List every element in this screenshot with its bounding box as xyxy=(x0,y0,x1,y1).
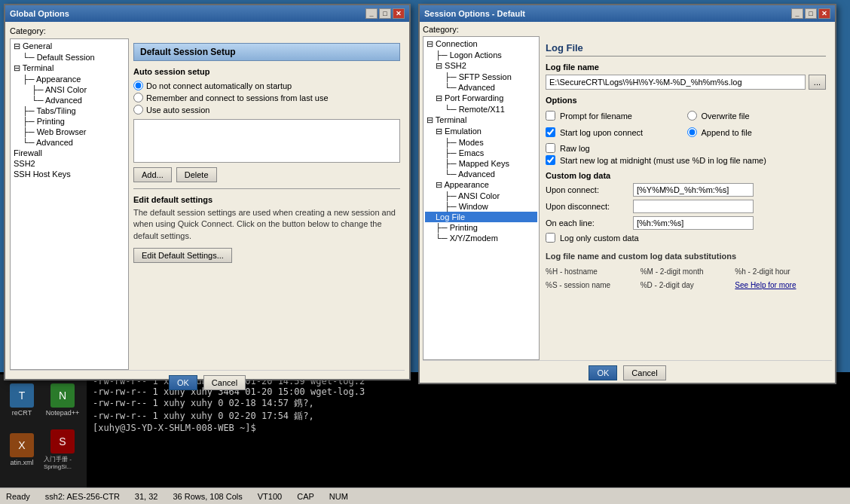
so-tree-remote-x11[interactable]: └─ Remote/X11 xyxy=(425,104,537,115)
go-cancel-button[interactable]: Cancel xyxy=(203,375,246,390)
so-tree-xyz-modem[interactable]: └─ X/Y/Zmodem xyxy=(425,233,537,243)
upon-connect-row: Upon connect: xyxy=(546,183,826,197)
go-body: ⊟ General └─ Default Session ⊟ Terminal … xyxy=(10,38,405,370)
add-delete-row: Add... Delete xyxy=(133,167,400,182)
delete-button[interactable]: Delete xyxy=(176,167,217,182)
raw-log-checkbox[interactable] xyxy=(546,143,555,153)
so-tree-advanced-term[interactable]: └─ Advanced xyxy=(425,169,537,179)
upon-disconnect-row: Upon disconnect: xyxy=(546,200,826,213)
so-tree-port-forwarding[interactable]: ⊟ Port Forwarding xyxy=(425,93,537,104)
tree-item-ssh2[interactable]: SSH2 xyxy=(12,158,127,169)
radio-remember[interactable] xyxy=(133,93,143,102)
status-bar: Ready ssh2: AES-256-CTR 31, 32 36 Rows, … xyxy=(0,487,850,504)
radio-remember-label: Remember and connect to sessions from la… xyxy=(146,93,329,102)
category-label: Category: xyxy=(10,26,405,35)
tree-item-tabs-tiling[interactable]: ├─ Tabs/Tiling xyxy=(12,105,127,116)
log-only-custom-row: Log only custom data xyxy=(546,233,826,243)
so-tree-modes[interactable]: ├─ Modes xyxy=(425,137,537,148)
raw-log-row: Raw log xyxy=(546,143,826,153)
log-only-custom-checkbox[interactable] xyxy=(546,233,555,243)
browse-button[interactable]: ... xyxy=(809,75,826,90)
upon-connect-label: Upon connect: xyxy=(546,185,628,194)
minimize-button[interactable]: _ xyxy=(365,8,378,19)
radio-use-auto[interactable] xyxy=(133,105,143,115)
terminal-line-5: [xuhy@JS-YD-X-SHLM-008-WEB ~]$ xyxy=(6,423,844,433)
taskbar-label-0: reCRT xyxy=(12,409,32,417)
tree-item-firewall[interactable]: Firewall xyxy=(12,148,127,158)
so-close-button[interactable]: ✕ xyxy=(818,8,830,19)
session-options-dialog: Session Options - Default _ □ ✕ Category… xyxy=(418,4,836,384)
upon-disconnect-input[interactable] xyxy=(633,200,754,213)
so-tree-ansi-color[interactable]: ├─ ANSI Color xyxy=(425,191,537,201)
tree-item-ssh-host-keys[interactable]: SSH Host Keys xyxy=(12,169,127,179)
session-options-titlebar: Session Options - Default _ □ ✕ xyxy=(420,5,835,22)
prompt-filename-checkbox[interactable] xyxy=(546,111,555,121)
help-grid: %H - hostname %M - 2-digit month %h - 2-… xyxy=(546,266,826,292)
so-tree-advanced-ssh[interactable]: └─ Advanced xyxy=(425,82,537,93)
log-file-name-label: Log file name xyxy=(546,63,826,72)
go-tree[interactable]: ⊟ General └─ Default Session ⊟ Terminal … xyxy=(10,38,129,370)
so-maximize-button[interactable]: □ xyxy=(805,8,817,19)
log-file-path-input[interactable] xyxy=(546,75,806,90)
tree-item-advanced-t[interactable]: └─ Advanced xyxy=(12,95,127,105)
so-minimize-button[interactable]: _ xyxy=(791,8,803,19)
so-footer: OK Cancel xyxy=(423,360,832,385)
so-tree-emulation[interactable]: ⊟ Emulation xyxy=(425,126,537,137)
start-log-label: Start log upon connect xyxy=(560,128,643,137)
so-tree-logon-actions[interactable]: ├─ Logon Actions xyxy=(425,50,537,60)
so-tree-appearance[interactable]: ⊟ Appearance xyxy=(425,179,537,191)
tree-item-appearance[interactable]: ├─ Appearance xyxy=(12,74,127,84)
edit-default-title: Edit default settings xyxy=(133,195,400,204)
prompt-filename-label: Prompt for filename xyxy=(560,111,632,121)
options-grid: Prompt for filename Overwrite file Start… xyxy=(546,108,826,139)
close-button[interactable]: ✕ xyxy=(393,8,405,19)
start-new-log-checkbox[interactable] xyxy=(546,155,555,165)
go-ok-button[interactable]: OK xyxy=(169,375,197,390)
so-cancel-button[interactable]: Cancel xyxy=(623,365,665,380)
edit-default-settings-button[interactable]: Edit Default Settings... xyxy=(133,248,232,263)
terminal-line-4: -rw-rw-r-- 1 xuhy xuhy 0 02-20 17:54 鍎?, xyxy=(6,410,844,423)
so-tree-connection[interactable]: ⊟ Connection xyxy=(425,38,537,50)
start-new-log-row: Start new log at midnight (must use %D i… xyxy=(546,155,826,165)
maximize-button[interactable]: □ xyxy=(379,8,391,19)
start-log-checkbox[interactable] xyxy=(546,127,555,137)
on-each-line-input[interactable] xyxy=(633,216,754,230)
so-tree-log-file[interactable]: Log File xyxy=(425,212,537,222)
titlebar-buttons: _ □ ✕ xyxy=(365,8,405,19)
on-each-line-label: On each line: xyxy=(546,218,628,228)
so-ok-button[interactable]: OK xyxy=(589,365,617,380)
radio-row-remember: Remember and connect to sessions from la… xyxy=(133,93,400,102)
add-button[interactable]: Add... xyxy=(133,167,172,182)
so-tree-emacs[interactable]: ├─ Emacs xyxy=(425,148,537,158)
overwrite-file-radio[interactable] xyxy=(687,111,697,121)
so-tree-window[interactable]: ├─ Window xyxy=(425,201,537,212)
so-tree[interactable]: ⊟ Connection ├─ Logon Actions ⊟ SSH2 ├─ … xyxy=(423,36,540,360)
radio-no-connect[interactable] xyxy=(133,81,143,90)
radio-row-no-connect: Do not connect automatically on startup xyxy=(133,81,400,90)
tree-item-printing[interactable]: ├─ Printing xyxy=(12,116,127,127)
so-body: ⊟ Connection ├─ Logon Actions ⊟ SSH2 ├─ … xyxy=(423,36,832,360)
append-file-label: Append to file xyxy=(702,128,752,137)
global-options-titlebar: Global Options _ □ ✕ xyxy=(5,5,409,22)
overwrite-file-label: Overwrite file xyxy=(702,111,750,121)
tree-item-web-browser[interactable]: ├─ Web Browser xyxy=(12,127,127,137)
append-file-radio[interactable] xyxy=(687,127,697,137)
tree-item-advanced-g[interactable]: └─ Advanced xyxy=(12,137,127,148)
so-tree-printing[interactable]: ├─ Printing xyxy=(425,222,537,233)
auto-session-textarea[interactable] xyxy=(133,119,400,163)
so-tree-mapped-keys[interactable]: ├─ Mapped Keys xyxy=(425,158,537,169)
tree-item-default-session[interactable]: └─ Default Session xyxy=(12,52,127,63)
log-file-path-row: ... xyxy=(546,75,826,90)
so-panel: Log File Log file name ... Options Promp… xyxy=(540,36,832,360)
tree-item-terminal[interactable]: ⊟ Terminal xyxy=(12,63,127,74)
tree-item-general[interactable]: ⊟ General xyxy=(12,41,127,52)
taskbar-item-2[interactable]: X atin.xml xyxy=(3,427,41,472)
start-new-log-label: Start new log at midnight (must use %D i… xyxy=(560,156,766,165)
upon-connect-input[interactable] xyxy=(633,183,754,197)
so-tree-sftp-session[interactable]: ├─ SFTP Session xyxy=(425,72,537,82)
help-item-5: See Help for more xyxy=(735,279,826,292)
taskbar-item-3[interactable]: S 入门手册 -SpringSi... xyxy=(44,427,81,472)
tree-item-ansi-color[interactable]: ├─ ANSI Color xyxy=(12,84,127,95)
so-tree-terminal[interactable]: ⊟ Terminal xyxy=(425,115,537,126)
so-tree-ssh2[interactable]: ⊟ SSH2 xyxy=(425,60,537,72)
